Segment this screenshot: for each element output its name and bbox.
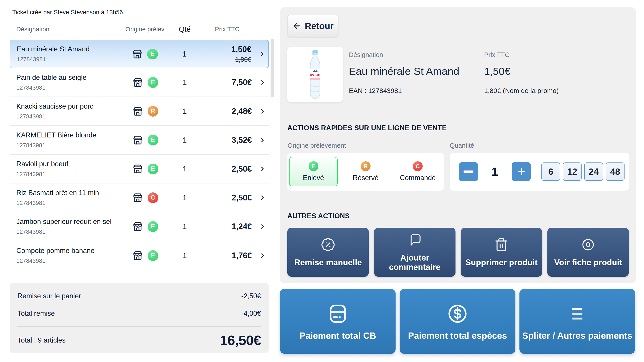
view-product-sheet-button[interactable]: Voir fiche produit	[548, 228, 629, 277]
row-price: 1,76€	[202, 251, 252, 260]
product-image: evian	[287, 47, 343, 102]
ticket-summary: Remise sur le panier -2,50€ Total remise…	[10, 283, 269, 353]
column-header-origin: Origine prélèv.	[124, 26, 167, 33]
scrollbar-thumb[interactable]	[270, 39, 274, 97]
ticket-row[interactable]: Riz Basmati prêt en 11 min 127843981 C 1…	[10, 183, 269, 212]
row-price: 7,50€	[202, 78, 252, 87]
designation-label: Désignation	[349, 51, 383, 58]
split-other-payments-button[interactable]: Spliter / Autres paiements	[520, 289, 635, 354]
product-ean: 127843981	[16, 142, 124, 149]
origin-badge-r: R	[361, 161, 370, 171]
payment-label: Spliter / Autres paiements	[522, 331, 632, 341]
chevron-right-icon	[259, 79, 266, 86]
row-price: 2,48€	[202, 107, 252, 116]
quick-qty-12[interactable]: 12	[563, 162, 582, 181]
column-header-price: Prix TTC	[202, 26, 256, 33]
action-label: Supprimer produit	[465, 258, 538, 267]
ticket-created-info: Ticket crée par Steve Stevenson à 13h56	[12, 9, 123, 16]
ticket-row-selected[interactable]: Eau minérale St Amand 127843981 E 1 1,50…	[10, 40, 269, 68]
product-name: Pain de table au seigle	[16, 73, 124, 81]
total-articles-label: Total : 9 articles	[18, 336, 66, 344]
origin-badge: E	[148, 77, 158, 88]
origin-badge: E	[148, 221, 158, 232]
delete-product-button[interactable]: Supprimer produit	[461, 228, 542, 277]
credit-card-icon	[326, 302, 350, 325]
manual-discount-button[interactable]: Remise manuelle	[287, 228, 369, 277]
qty-increase-button[interactable]	[512, 162, 531, 181]
row-qty: 1	[166, 50, 202, 58]
chevron-right-icon	[259, 108, 266, 115]
chevron-right-icon	[259, 137, 266, 144]
origin-badge-c: C	[413, 161, 422, 171]
chevron-right-icon	[259, 223, 266, 230]
qty-decrease-button[interactable]	[459, 162, 478, 181]
quick-qty-24[interactable]: 24	[584, 162, 603, 181]
store-icon	[133, 135, 143, 145]
minus-icon	[464, 170, 474, 173]
summary-divider	[18, 326, 261, 327]
product-name: Riz Basmati prêt en 11 min	[16, 189, 124, 197]
qty-section-label: Quantité	[450, 142, 474, 149]
row-qty: 1	[167, 251, 202, 260]
ticket-row[interactable]: Knacki saucisse pur porc 127843981 R 1 2…	[10, 97, 269, 126]
ticket-row[interactable]: KARMELIET Bière blonde 127843981 E 1 3,5…	[10, 126, 269, 155]
origin-badge: E	[148, 164, 158, 174]
ticket-row[interactable]: Compote pomme banane 127843981 E 1 1,76€	[10, 241, 269, 270]
origin-badge: E	[148, 250, 158, 261]
payment-label: Paiement total CB	[300, 331, 376, 341]
row-price: 2,50€	[202, 193, 252, 202]
store-icon	[133, 251, 143, 261]
row-price: 1,24€	[202, 222, 252, 231]
price-ttc-label: Prix TTC	[484, 51, 510, 58]
ticket-table-header: Désignation Origine prélèv. Qté Prix TTC	[10, 25, 269, 33]
detail-product-ean: EAN : 127843981	[349, 87, 402, 94]
origin-badge: R	[148, 106, 158, 117]
origin-badge: E	[147, 49, 158, 59]
row-qty: 1	[167, 165, 202, 173]
back-button[interactable]: Retour	[288, 15, 338, 37]
store-icon	[133, 164, 143, 174]
payments-bar: Paiement total CB Paiement total espèces…	[280, 289, 635, 354]
origin-option-enleve[interactable]: E Enlevé	[289, 157, 338, 186]
action-label: Voir fiche produit	[554, 258, 622, 267]
store-icon	[132, 49, 142, 59]
trash-icon	[494, 237, 509, 252]
quick-qty-48[interactable]: 48	[606, 162, 624, 181]
origin-option-reserve[interactable]: R Réservé	[341, 157, 390, 186]
ticket-row[interactable]: Jambon supérieur réduit en sel 127843981…	[10, 212, 269, 241]
product-name: Jambon supérieur réduit en sel	[16, 218, 124, 226]
total-amount: 16,50€	[220, 332, 261, 348]
action-label: Remise manuelle	[294, 258, 362, 267]
row-old-price: 1,80€	[202, 56, 251, 63]
store-icon	[133, 193, 143, 203]
origin-option-commande[interactable]: C Commandé	[394, 157, 442, 186]
promo-note: (Nom de la promo)	[503, 87, 558, 94]
store-icon	[133, 222, 143, 232]
ticket-row[interactable]: Pain de table au seigle 127843981 E 1 7,…	[10, 68, 269, 97]
detail-product-name: Eau minérale St Amand	[349, 65, 459, 77]
column-header-qty: Qté	[167, 25, 202, 33]
origin-badge-e: E	[308, 161, 318, 171]
row-qty: 1	[167, 194, 202, 202]
action-label: Ajouter commentaire	[374, 253, 456, 272]
quick-qty-6[interactable]: 6	[541, 162, 560, 181]
product-ean: 127843981	[16, 171, 124, 178]
column-header-designation: Désignation	[16, 26, 124, 33]
pos-app: Ticket crée par Steve Stevenson à 13h56 …	[0, 0, 644, 362]
row-qty: 1	[167, 78, 202, 87]
ticket-row[interactable]: Ravioli pur boeuf 127843981 E 1 2,50€	[10, 155, 269, 183]
pay-total-cash-button[interactable]: Paiement total espèces	[400, 289, 515, 354]
product-ean: 127843981	[17, 56, 124, 63]
add-comment-button[interactable]: Ajouter commentaire	[374, 228, 456, 277]
discount-badge-icon	[321, 237, 336, 252]
pay-total-card-button[interactable]: Paiement total CB	[280, 289, 396, 354]
row-qty: 1	[167, 136, 202, 144]
dollar-coin-icon	[446, 302, 469, 325]
eye-icon	[581, 237, 596, 252]
product-ean: 127843981	[16, 113, 124, 120]
store-icon	[133, 106, 143, 116]
origin-badge: E	[148, 135, 158, 145]
row-qty: 1	[167, 107, 202, 115]
row-price: 2,50€	[202, 164, 252, 174]
origin-option-label: Réservé	[353, 174, 378, 182]
